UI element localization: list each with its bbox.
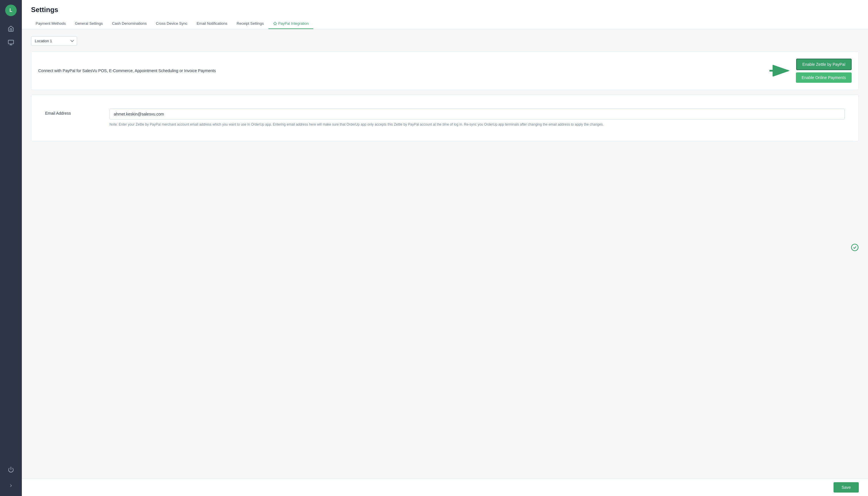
- location-select[interactable]: Location 1 Location 2: [31, 36, 77, 46]
- avatar[interactable]: L: [5, 4, 17, 16]
- enable-zettle-button[interactable]: Enable Zettle by PayPal: [796, 59, 852, 70]
- save-button[interactable]: Save: [834, 482, 859, 493]
- header: Settings Payment Methods General Setting…: [22, 0, 868, 29]
- page-title: Settings: [31, 6, 859, 14]
- sidebar: L: [0, 0, 22, 496]
- arrow-icon: [770, 65, 792, 76]
- tab-cash-denominations[interactable]: Cash Denominations: [108, 18, 152, 29]
- sidebar-item-power[interactable]: [5, 464, 17, 475]
- email-input[interactable]: [109, 109, 845, 120]
- tabs-nav: Payment Methods General Settings Cash De…: [31, 18, 859, 29]
- email-input-col: Note: Enter your Zettle by PayPal mercha…: [109, 109, 845, 127]
- enable-section: Connect with PayPal for SalesVu POS, E-C…: [38, 59, 852, 83]
- email-note: Note: Enter your Zettle by PayPal mercha…: [109, 122, 845, 127]
- tab-email-notifications[interactable]: Email Notifications: [192, 18, 232, 29]
- connect-text: Connect with PayPal for SalesVu POS, E-C…: [38, 68, 216, 73]
- email-section: Email Address Note: Enter your Zettle by…: [38, 102, 852, 134]
- tab-cross-device-sync[interactable]: Cross Device Sync: [151, 18, 192, 29]
- sidebar-item-monitor[interactable]: [5, 37, 17, 48]
- svg-marker-4: [273, 22, 277, 25]
- star-icon: [273, 21, 277, 26]
- enable-card: Connect with PayPal for SalesVu POS, E-C…: [31, 51, 859, 90]
- enable-buttons: Enable Zettle by PayPal Enable Online Pa…: [796, 59, 852, 83]
- tab-general-settings[interactable]: General Settings: [71, 18, 108, 29]
- main-content: Settings Payment Methods General Setting…: [22, 0, 868, 496]
- svg-rect-0: [8, 40, 14, 44]
- sidebar-item-home[interactable]: [5, 23, 17, 34]
- arrow-container: Enable Zettle by PayPal Enable Online Pa…: [770, 59, 852, 83]
- tab-paypal-integration[interactable]: PayPal Integration: [268, 18, 313, 29]
- content-area: Location 1 Location 2 Connect with PayPa…: [22, 29, 868, 479]
- tab-receipt-settings[interactable]: Receipt Settings: [232, 18, 268, 29]
- status-check-icon: [851, 244, 859, 252]
- tab-payment-methods[interactable]: Payment Methods: [31, 18, 71, 29]
- svg-point-5: [851, 244, 858, 251]
- bottom-bar: Save: [22, 479, 868, 496]
- enable-online-payments-button[interactable]: Enable Online Payments: [796, 73, 852, 83]
- email-address-label: Email Address: [45, 109, 103, 127]
- location-wrapper: Location 1 Location 2: [31, 36, 859, 46]
- sidebar-expand-button[interactable]: [5, 480, 17, 492]
- email-card: Email Address Note: Enter your Zettle by…: [31, 95, 859, 141]
